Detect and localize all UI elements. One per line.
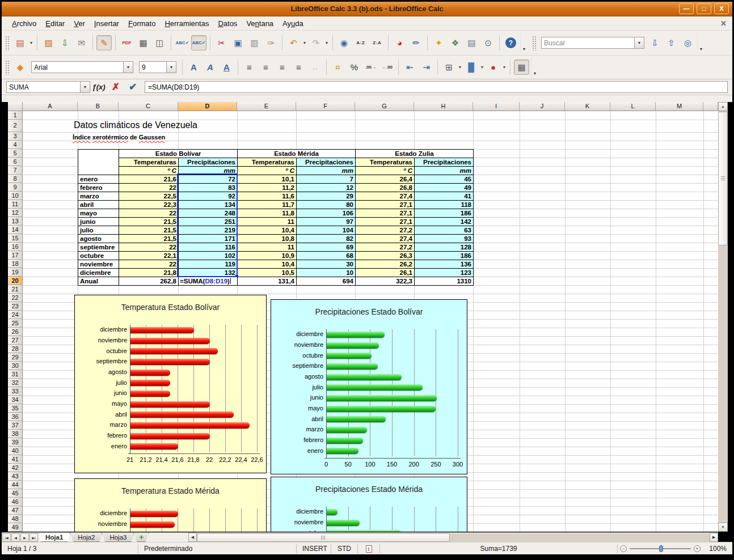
data-cell[interactable]: 21,8 — [119, 269, 179, 277]
column-header-D[interactable]: D — [178, 102, 237, 111]
unit-cell[interactable]: mm — [415, 167, 474, 175]
row-header-32[interactable]: 32 — [8, 379, 23, 387]
row-header-33[interactable]: 33 — [8, 387, 23, 396]
close-button[interactable]: X — [714, 3, 729, 14]
dropdown-arrow-icon[interactable]: ▼ — [501, 65, 507, 69]
total-cell[interactable]: 1310 — [415, 277, 474, 286]
spreadsheet-grid[interactable]: ABCDEFGHIJKLM123456789101112131415161718… — [8, 102, 718, 532]
row-header-26[interactable]: 26 — [8, 328, 23, 336]
row-header-12[interactable]: 12 — [8, 209, 23, 217]
bar[interactable] — [130, 422, 250, 429]
data-cell[interactable]: 123 — [415, 269, 474, 277]
data-cell[interactable]: 80 — [297, 201, 356, 209]
bar[interactable] — [130, 380, 170, 386]
cell-edit-overlay[interactable]: =SUMA(D8:D19) — [179, 277, 237, 285]
menu-ayuda[interactable]: Ayuda — [278, 18, 308, 29]
chart-temperatura-estado-mérida[interactable]: Temperatura Estado Mérida99,51010,51111,… — [74, 478, 267, 532]
data-cell[interactable]: 106 — [297, 209, 356, 218]
align-center-button[interactable]: ≡ — [258, 60, 273, 75]
find-up-button[interactable]: ⇧ — [664, 35, 679, 50]
help-button[interactable]: ? — [503, 35, 518, 50]
delete-decimal-button[interactable]: ←.00 — [379, 60, 395, 75]
bar[interactable] — [130, 327, 194, 333]
row-header-28[interactable]: 28 — [8, 345, 23, 353]
underline-button[interactable]: A — [219, 60, 234, 75]
row-header-47[interactable]: 47 — [8, 506, 23, 515]
data-cell[interactable]: 63 — [415, 226, 474, 235]
bar[interactable] — [130, 338, 210, 344]
add-sheet-button[interactable]: + — [134, 533, 149, 542]
horizontal-scrollbar-track[interactable] — [197, 533, 710, 542]
bar[interactable] — [327, 406, 436, 412]
bar[interactable] — [327, 384, 423, 391]
data-cell[interactable]: 10,8 — [238, 235, 297, 243]
data-cell[interactable]: 22,1 — [119, 252, 179, 260]
toolbar-overflow-button[interactable]: ▼ — [520, 33, 528, 53]
menu-ver[interactable]: Ver — [69, 18, 90, 29]
unit-cell[interactable]: mm — [179, 167, 238, 175]
toolbar-overflow-button[interactable]: ▼ — [531, 58, 538, 77]
data-cell[interactable]: 10 — [297, 269, 356, 277]
data-cell[interactable]: 104 — [297, 226, 356, 235]
row-header-8[interactable]: 8 — [8, 175, 23, 183]
print-button[interactable]: ▦ — [136, 35, 151, 50]
undo-button[interactable]: ↶ — [286, 35, 301, 50]
close-document-icon[interactable]: ✕ — [720, 19, 727, 28]
selection-mode-status[interactable]: STD — [331, 545, 357, 553]
data-cell[interactable]: 10,9 — [238, 252, 297, 260]
column-header-partial[interactable] — [703, 102, 718, 111]
row-header-25[interactable]: 25 — [8, 319, 23, 328]
draw-functions-button[interactable]: ✏ — [408, 35, 424, 50]
menu-ventana[interactable]: Ventana — [242, 18, 278, 29]
gallery-button[interactable]: ❖ — [448, 35, 463, 50]
row-header-19[interactable]: 19 — [8, 268, 23, 277]
bar[interactable] — [327, 427, 367, 433]
bar[interactable] — [130, 433, 210, 439]
column-header-I[interactable]: I — [473, 102, 520, 111]
dropdown-arrow-icon[interactable]: ▼ — [28, 41, 34, 45]
chevron-down-icon[interactable]: ▼ — [166, 62, 176, 73]
row-header-34[interactable]: 34 — [8, 396, 23, 404]
grid-button[interactable]: ▦ — [514, 60, 529, 75]
previous-sheet-button[interactable]: ◀ — [11, 533, 20, 542]
format-paintbrush-button[interactable]: ✑ — [263, 35, 279, 50]
chart-precipitaciones-estado-mérida[interactable]: Precipitaciones Estado Mérida02040608010… — [271, 477, 467, 532]
italic-button[interactable]: A — [203, 60, 218, 75]
row-header-20[interactable]: 20 — [8, 277, 23, 285]
decrease-indent-button[interactable]: ⇤ — [402, 60, 417, 75]
row-header-21[interactable]: 21 — [8, 285, 23, 294]
row-header-18[interactable]: 18 — [8, 260, 23, 268]
data-cell[interactable]: 26,2 — [356, 260, 415, 269]
align-justified-button[interactable]: ≡ — [291, 60, 306, 75]
data-cell[interactable]: 68 — [297, 252, 356, 260]
next-sheet-button[interactable]: ▶ — [20, 533, 29, 542]
month-cell[interactable]: octubre — [78, 252, 119, 260]
data-cell[interactable]: 27,4 — [356, 235, 415, 243]
chart-button[interactable]: ◕ — [392, 35, 407, 50]
row-header-5[interactable]: 5 — [8, 149, 23, 158]
font-name-select[interactable]: Arial▼ — [31, 61, 133, 73]
data-cell[interactable]: 11 — [238, 218, 297, 226]
data-cell[interactable]: 251 — [179, 218, 238, 226]
total-cell[interactable]: 131,4 — [238, 277, 297, 286]
month-cell[interactable]: noviembre — [78, 260, 119, 269]
bold-button[interactable]: A — [186, 60, 201, 75]
font-size-select[interactable]: 9▼ — [139, 61, 176, 73]
menu-editar[interactable]: Editar — [41, 18, 69, 29]
row-header-35[interactable]: 35 — [8, 404, 23, 413]
data-cell[interactable]: 10,5 — [238, 269, 297, 277]
total-cell[interactable]: 694 — [297, 277, 356, 286]
zoom-out-icon[interactable]: − — [620, 545, 627, 552]
data-cell[interactable]: 21,6 — [119, 175, 179, 184]
data-cell[interactable]: 45 — [415, 175, 474, 184]
month-cell[interactable]: marzo — [78, 192, 119, 201]
row-header-15[interactable]: 15 — [8, 234, 23, 243]
data-cell[interactable]: 10,1 — [238, 175, 297, 184]
data-cell[interactable]: 102 — [179, 252, 238, 260]
vertical-scrollbar[interactable]: ▲ ▼ — [718, 102, 728, 532]
dropdown-arrow-icon[interactable]: ▼ — [457, 65, 463, 69]
data-cell[interactable]: 26,1 — [356, 269, 415, 277]
row-header-46[interactable]: 46 — [8, 498, 23, 506]
data-cell[interactable]: 12 — [297, 184, 356, 192]
data-cell[interactable]: 30 — [297, 260, 356, 269]
